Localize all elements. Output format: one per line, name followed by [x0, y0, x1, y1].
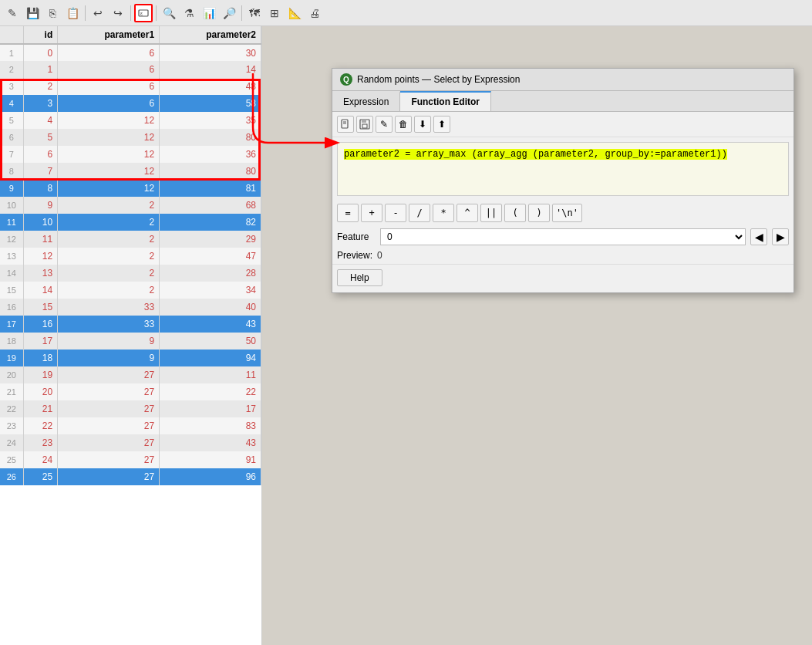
table-row[interactable]: 24232743 — [0, 434, 261, 451]
table-row[interactable]: 1312247 — [0, 248, 261, 265]
op-mul[interactable]: * — [433, 204, 454, 222]
next-feature-btn[interactable]: ▶ — [772, 228, 789, 245]
table-row[interactable]: 20192711 — [0, 366, 261, 383]
op-minus[interactable]: - — [385, 204, 406, 222]
cell-p1: 12 — [58, 112, 160, 129]
cell-rownum: 21 — [0, 383, 23, 400]
table-row[interactable]: 43658 — [0, 95, 261, 112]
op-div[interactable]: / — [409, 204, 430, 222]
cell-id: 0 — [23, 44, 58, 61]
preview-value: 0 — [377, 250, 382, 261]
op-plus[interactable]: + — [361, 204, 382, 222]
table-row[interactable]: 1413228 — [0, 265, 261, 282]
table-row[interactable]: 541235 — [0, 112, 261, 129]
tb-grid-btn[interactable]: ⊞ — [265, 4, 284, 22]
dialog-toolbar: ✎ 🗑 ⬇ ⬆ — [332, 112, 793, 137]
table-row[interactable]: 1918994 — [0, 350, 261, 366]
col-header-p2[interactable]: parameter2 — [160, 26, 261, 44]
cell-p1: 27 — [58, 417, 160, 434]
tab-function-editor[interactable]: Function Editor — [400, 91, 491, 111]
svg-text:ε: ε — [140, 11, 143, 16]
cell-rownum: 16 — [0, 299, 23, 316]
op-concat[interactable]: || — [480, 204, 502, 222]
op-pow[interactable]: ^ — [457, 204, 478, 222]
cell-id: 24 — [23, 451, 58, 468]
help-button[interactable]: Help — [337, 269, 382, 286]
svg-rect-8 — [362, 124, 367, 128]
tb-paste-btn[interactable]: 📋 — [63, 4, 82, 22]
tb-select-expr-btn[interactable]: ε — [134, 4, 153, 22]
tb-save-btn[interactable]: 💾 — [23, 4, 42, 22]
cell-id: 3 — [23, 95, 58, 112]
table-row[interactable]: 21614 — [0, 61, 261, 78]
dlg-delete-btn[interactable]: 🗑 — [395, 116, 412, 133]
tb-stats-btn[interactable]: 📊 — [200, 4, 218, 22]
tb-print-btn[interactable]: 🖨 — [305, 4, 324, 22]
tb-redo-btn[interactable]: ↪ — [109, 4, 127, 22]
table-row[interactable]: 16153340 — [0, 299, 261, 316]
table-row[interactable]: 871280 — [0, 163, 261, 180]
tb-map-btn[interactable]: 🗺 — [245, 4, 264, 22]
tab-expression[interactable]: Expression — [332, 91, 400, 111]
dialog-tabs: Expression Function Editor — [332, 91, 793, 112]
cell-p2: 48 — [160, 78, 261, 95]
dialog-title: Random points — Select by Expression — [357, 74, 520, 85]
cell-rownum: 19 — [0, 350, 23, 366]
tb-search-btn[interactable]: 🔎 — [220, 4, 238, 22]
cell-p1: 2 — [58, 231, 160, 248]
dlg-import-btn[interactable]: ⬇ — [414, 116, 431, 133]
cell-p1: 2 — [58, 197, 160, 214]
cell-p2: 30 — [160, 44, 261, 61]
prev-feature-btn[interactable]: ◀ — [750, 228, 767, 245]
table-row[interactable]: 10630 — [0, 44, 261, 61]
tb-measure-btn[interactable]: 📐 — [285, 4, 304, 22]
op-lparen[interactable]: ( — [504, 204, 526, 222]
table-row[interactable]: 109268 — [0, 197, 261, 214]
col-header-p1[interactable]: parameter1 — [58, 26, 160, 44]
cell-p1: 27 — [58, 468, 160, 485]
col-header-id[interactable]: id — [23, 26, 58, 44]
cell-id: 11 — [23, 231, 58, 248]
cell-p2: 91 — [160, 451, 261, 468]
tb-copy-btn[interactable]: ⎘ — [43, 4, 62, 22]
table-row[interactable]: 25242791 — [0, 451, 261, 468]
table-row[interactable]: 22212717 — [0, 400, 261, 417]
table-row[interactable]: 761236 — [0, 146, 261, 163]
cell-p2: 43 — [160, 434, 261, 451]
cell-p1: 27 — [58, 383, 160, 400]
expression-box[interactable]: parameter2 = array_max (array_agg (param… — [337, 142, 789, 196]
cell-id: 12 — [23, 248, 58, 265]
cell-rownum: 1 — [0, 44, 23, 61]
dlg-new-btn[interactable] — [337, 116, 354, 133]
table-row[interactable]: 17163343 — [0, 316, 261, 333]
table-row[interactable]: 1817950 — [0, 333, 261, 350]
cell-p2: 40 — [160, 299, 261, 316]
cell-p2: 35 — [160, 112, 261, 129]
cell-p2: 82 — [160, 214, 261, 231]
op-rparen[interactable]: ) — [528, 204, 550, 222]
cell-id: 16 — [23, 316, 58, 333]
table-row[interactable]: 1514234 — [0, 282, 261, 299]
table-row[interactable]: 1211229 — [0, 231, 261, 248]
table-row[interactable]: 21202722 — [0, 383, 261, 400]
op-newline[interactable]: '\n' — [552, 204, 582, 222]
dlg-edit-btn[interactable]: ✎ — [376, 116, 393, 133]
cell-p1: 2 — [58, 265, 160, 282]
table-row[interactable]: 26252796 — [0, 468, 261, 485]
table-row[interactable]: 651280 — [0, 129, 261, 146]
tb-filter-btn[interactable]: ⚗ — [180, 4, 198, 22]
dlg-export-btn[interactable]: ⬆ — [433, 116, 450, 133]
dlg-save-btn[interactable] — [356, 116, 373, 133]
feature-select[interactable]: 0 — [380, 228, 746, 245]
table-row[interactable]: 981281 — [0, 180, 261, 197]
cell-p1: 9 — [58, 350, 160, 366]
tb-zoom-btn[interactable]: 🔍 — [160, 4, 178, 22]
cell-id: 6 — [23, 146, 58, 163]
op-eq[interactable]: = — [337, 204, 359, 222]
table-row[interactable]: 32648 — [0, 78, 261, 95]
table-row[interactable]: 23222783 — [0, 417, 261, 434]
table-row[interactable]: 1110282 — [0, 214, 261, 231]
tb-undo-btn[interactable]: ↩ — [89, 4, 107, 22]
tb-pencil-btn[interactable]: ✎ — [3, 4, 22, 22]
toolbar: ✎ 💾 ⎘ 📋 ↩ ↪ ε 🔍 ⚗ 📊 🔎 🗺 ⊞ 📐 🖨 — [0, 0, 812, 26]
